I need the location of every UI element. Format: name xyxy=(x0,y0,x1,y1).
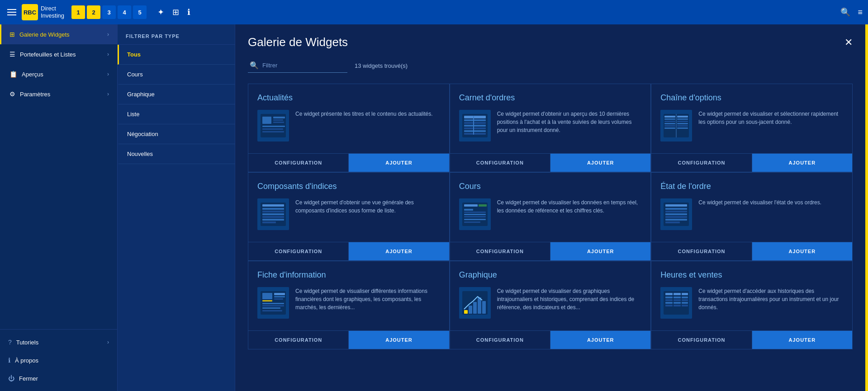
widget-actions-graphique: CONFIGURATION AJOUTER xyxy=(450,330,651,349)
sidebar-item-galerie[interactable]: ⊞ Galerie de Widgets › xyxy=(0,24,117,44)
widget-actions-cours: CONFIGURATION AJOUTER xyxy=(450,242,651,260)
sidebar-item-apercus[interactable]: 📋 Aperçus › xyxy=(0,64,117,84)
info-icon[interactable]: ℹ xyxy=(187,7,190,17)
svg-rect-55 xyxy=(665,221,680,223)
config-btn-carnet[interactable]: CONFIGURATION xyxy=(450,154,550,172)
svg-rect-7 xyxy=(262,131,284,132)
widget-card-composants: Composants d'indices xyxy=(248,172,450,261)
widget-thumb-carnet xyxy=(459,110,491,141)
filter-cours[interactable]: Cours xyxy=(118,65,235,85)
filter-tous[interactable]: Tous xyxy=(118,45,235,65)
add-btn-chaine[interactable]: AJOUTER xyxy=(752,154,852,172)
apropos-label: À propos xyxy=(15,357,38,364)
top-menu-icon[interactable]: ≡ xyxy=(858,8,863,17)
svg-rect-28 xyxy=(664,127,675,129)
tab-4[interactable]: 4 xyxy=(118,5,131,19)
sidebar-item-portefeuilles[interactable]: ☰ Portefeuilles et Listes › xyxy=(0,44,117,64)
tab-2[interactable]: 2 xyxy=(87,5,100,19)
svg-rect-87 xyxy=(682,305,688,306)
filter-header: FILTRER PAR TYPE xyxy=(118,24,235,45)
search-input[interactable] xyxy=(262,62,344,69)
tab-5[interactable]: 5 xyxy=(133,5,147,19)
layout-icon[interactable]: ⊞ xyxy=(172,7,179,17)
config-btn-chaine[interactable]: CONFIGURATION xyxy=(651,154,752,172)
parametres-label: Paramètres xyxy=(20,91,50,98)
filter-panel: FILTRER PAR TYPE Tous Cours Graphique Li… xyxy=(118,24,235,391)
search-icon-top[interactable]: 🔍 xyxy=(840,7,850,17)
left-sidebar: ⊞ Galerie de Widgets › ☰ Portefeuilles e… xyxy=(0,24,118,391)
hamburger-icon[interactable] xyxy=(5,7,18,17)
svg-rect-44 xyxy=(464,214,486,215)
widget-actions-actualites: CONFIGURATION AJOUTER xyxy=(248,153,449,172)
tutoriels-chevron: › xyxy=(107,339,109,345)
portefeuilles-chevron: › xyxy=(107,51,109,57)
svg-rect-73 xyxy=(665,293,673,295)
widget-body-composants: Ce widget permet d'obtenir une vue génér… xyxy=(257,198,440,235)
widget-desc-fiche: Ce widget permet de visualiser différent… xyxy=(295,287,440,311)
svg-rect-58 xyxy=(262,300,272,301)
svg-rect-79 xyxy=(665,299,673,301)
add-btn-carnet[interactable]: AJOUTER xyxy=(550,154,650,172)
search-icon: 🔍 xyxy=(250,61,259,70)
filter-negociation[interactable]: Négociation xyxy=(118,124,235,144)
add-btn-actualites[interactable]: AJOUTER xyxy=(349,154,449,172)
svg-rect-34 xyxy=(262,211,284,212)
config-btn-etat[interactable]: CONFIGURATION xyxy=(651,242,752,260)
tab-1[interactable]: 1 xyxy=(71,5,85,19)
svg-rect-41 xyxy=(479,204,487,207)
add-btn-graphique[interactable]: AJOUTER xyxy=(550,331,650,349)
widget-thumb-fiche xyxy=(257,287,289,319)
widget-body-graphique: Ce widget permet de visualiser des graph… xyxy=(459,287,642,323)
config-btn-fiche[interactable]: CONFIGURATION xyxy=(248,331,349,349)
add-btn-heures[interactable]: AJOUTER xyxy=(752,331,852,349)
filter-graphique[interactable]: Graphique xyxy=(118,85,235,104)
widget-desc-cours: Ce widget permet de visualiser les donné… xyxy=(497,198,642,215)
widget-thumb-composants xyxy=(257,198,289,230)
network-icon[interactable]: ✦ xyxy=(157,7,164,17)
svg-rect-68 xyxy=(469,306,472,314)
widget-title-chaine: Chaîne d'options xyxy=(660,93,843,103)
add-btn-etat[interactable]: AJOUTER xyxy=(752,242,852,260)
filter-nouvelles[interactable]: Nouvelles xyxy=(118,144,235,164)
content-title: Galerie de Widgets xyxy=(248,35,348,49)
widget-card-etat: État de l'ordre xyxy=(651,172,853,261)
sidebar-apropos[interactable]: ℹ À propos xyxy=(0,351,117,369)
svg-rect-71 xyxy=(482,301,486,314)
sidebar-item-parametres[interactable]: ⚙ Paramètres › xyxy=(0,84,117,104)
svg-rect-5 xyxy=(262,126,285,127)
close-button[interactable]: ✕ xyxy=(844,37,853,48)
svg-rect-76 xyxy=(665,297,673,298)
svg-rect-70 xyxy=(478,297,481,314)
config-btn-graphique[interactable]: CONFIGURATION xyxy=(450,331,550,349)
svg-rect-51 xyxy=(665,211,687,212)
svg-rect-32 xyxy=(262,204,284,207)
add-btn-cours[interactable]: AJOUTER xyxy=(550,242,650,260)
widget-title-actualites: Actualités xyxy=(257,93,440,103)
filter-liste[interactable]: Liste xyxy=(118,104,235,124)
tab-3[interactable]: 3 xyxy=(102,5,116,19)
sidebar-tutoriels[interactable]: ? Tutoriels › xyxy=(0,333,117,351)
portefeuilles-label: Portefeuilles et Listes xyxy=(20,51,76,58)
config-btn-cours[interactable]: CONFIGURATION xyxy=(450,242,550,260)
apercus-icon: 📋 xyxy=(9,71,17,78)
sidebar-fermer[interactable]: ⏻ Fermer xyxy=(0,369,117,387)
config-btn-composants[interactable]: CONFIGURATION xyxy=(248,242,349,260)
widget-actions-etat: CONFIGURATION AJOUTER xyxy=(651,242,852,260)
config-btn-heures[interactable]: CONFIGURATION xyxy=(651,331,752,349)
widget-title-carnet: Carnet d'ordres xyxy=(459,93,642,103)
add-btn-fiche[interactable]: AJOUTER xyxy=(349,331,449,349)
config-btn-actualites[interactable]: CONFIGURATION xyxy=(248,154,349,172)
widget-actions-carnet: CONFIGURATION AJOUTER xyxy=(450,153,651,172)
widget-title-heures: Heures et ventes xyxy=(660,270,843,280)
svg-rect-40 xyxy=(464,204,478,207)
tutoriels-label: Tutoriels xyxy=(16,339,38,346)
parametres-icon: ⚙ xyxy=(9,90,15,98)
svg-rect-10 xyxy=(464,119,486,121)
svg-rect-57 xyxy=(262,293,272,299)
svg-rect-59 xyxy=(274,293,285,295)
add-btn-composants[interactable]: AJOUTER xyxy=(349,242,449,260)
svg-rect-50 xyxy=(665,208,687,210)
widget-card-cours: Cours xyxy=(450,172,651,261)
app-title: Direct Investing xyxy=(41,5,64,19)
svg-rect-52 xyxy=(665,213,687,215)
